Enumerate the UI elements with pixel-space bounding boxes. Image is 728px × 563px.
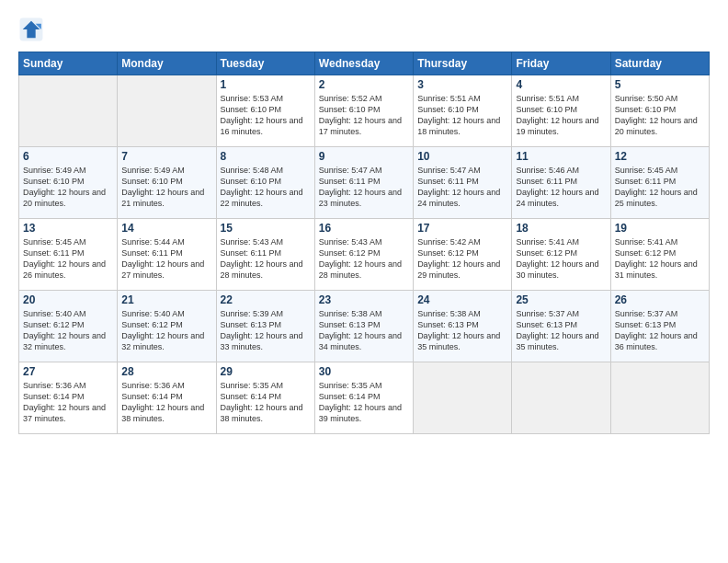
page: SundayMondayTuesdayWednesdayThursdayFrid…: [0, 0, 728, 563]
header-row: SundayMondayTuesdayWednesdayThursdayFrid…: [19, 52, 710, 75]
day-cell: 28Sunrise: 5:36 AM Sunset: 6:14 PM Dayli…: [118, 362, 216, 434]
calendar-table: SundayMondayTuesdayWednesdayThursdayFrid…: [18, 52, 710, 434]
day-cell: 10Sunrise: 5:47 AM Sunset: 6:11 PM Dayli…: [414, 147, 512, 219]
day-number: 19: [615, 222, 705, 235]
day-info: Sunrise: 5:36 AM Sunset: 6:14 PM Dayligh…: [23, 380, 113, 425]
day-cell: 14Sunrise: 5:44 AM Sunset: 6:11 PM Dayli…: [118, 219, 216, 291]
day-cell: 5Sunrise: 5:50 AM Sunset: 6:10 PM Daylig…: [610, 75, 709, 147]
day-cell: 24Sunrise: 5:38 AM Sunset: 6:13 PM Dayli…: [414, 291, 512, 362]
day-cell: 17Sunrise: 5:42 AM Sunset: 6:12 PM Dayli…: [414, 219, 512, 291]
day-number: 6: [23, 150, 113, 163]
day-number: 28: [121, 365, 211, 378]
day-number: 25: [516, 293, 606, 306]
header-cell-sunday: Sunday: [19, 52, 118, 75]
day-number: 9: [319, 150, 409, 163]
day-info: Sunrise: 5:47 AM Sunset: 6:11 PM Dayligh…: [417, 165, 507, 210]
header-cell-wednesday: Wednesday: [314, 52, 413, 75]
day-info: Sunrise: 5:47 AM Sunset: 6:11 PM Dayligh…: [319, 165, 409, 210]
day-info: Sunrise: 5:52 AM Sunset: 6:10 PM Dayligh…: [319, 93, 409, 138]
day-number: 4: [516, 78, 606, 91]
day-info: Sunrise: 5:40 AM Sunset: 6:12 PM Dayligh…: [121, 308, 211, 353]
day-number: 5: [615, 78, 705, 91]
day-cell: 25Sunrise: 5:37 AM Sunset: 6:13 PM Dayli…: [512, 291, 610, 362]
day-cell: 21Sunrise: 5:40 AM Sunset: 6:12 PM Dayli…: [118, 291, 216, 362]
day-info: Sunrise: 5:49 AM Sunset: 6:10 PM Dayligh…: [23, 165, 113, 210]
week-row-1: 1Sunrise: 5:53 AM Sunset: 6:10 PM Daylig…: [19, 75, 710, 147]
day-number: 27: [23, 365, 113, 378]
day-info: Sunrise: 5:48 AM Sunset: 6:10 PM Dayligh…: [221, 165, 311, 210]
day-cell: 3Sunrise: 5:51 AM Sunset: 6:10 PM Daylig…: [414, 75, 512, 147]
day-number: 17: [417, 222, 507, 235]
header-cell-thursday: Thursday: [414, 52, 512, 75]
day-info: Sunrise: 5:41 AM Sunset: 6:12 PM Dayligh…: [615, 236, 705, 282]
week-row-4: 20Sunrise: 5:40 AM Sunset: 6:12 PM Dayli…: [19, 291, 710, 362]
day-info: Sunrise: 5:36 AM Sunset: 6:14 PM Dayligh…: [121, 380, 211, 425]
day-number: 16: [319, 222, 409, 235]
day-info: Sunrise: 5:43 AM Sunset: 6:12 PM Dayligh…: [319, 236, 409, 282]
day-info: Sunrise: 5:43 AM Sunset: 6:11 PM Dayligh…: [221, 236, 311, 282]
day-number: 24: [417, 293, 507, 306]
day-info: Sunrise: 5:51 AM Sunset: 6:10 PM Dayligh…: [417, 93, 507, 138]
day-number: 29: [221, 365, 311, 378]
week-row-2: 6Sunrise: 5:49 AM Sunset: 6:10 PM Daylig…: [19, 147, 710, 219]
day-number: 23: [319, 293, 409, 306]
week-row-5: 27Sunrise: 5:36 AM Sunset: 6:14 PM Dayli…: [19, 362, 710, 434]
day-cell: 1Sunrise: 5:53 AM Sunset: 6:10 PM Daylig…: [216, 75, 314, 147]
day-cell: 11Sunrise: 5:46 AM Sunset: 6:11 PM Dayli…: [512, 147, 610, 219]
day-cell: 6Sunrise: 5:49 AM Sunset: 6:10 PM Daylig…: [19, 147, 118, 219]
day-info: Sunrise: 5:50 AM Sunset: 6:10 PM Dayligh…: [615, 93, 705, 138]
day-info: Sunrise: 5:51 AM Sunset: 6:10 PM Dayligh…: [516, 93, 606, 138]
day-cell: [610, 362, 709, 434]
day-number: 26: [615, 293, 705, 306]
day-info: Sunrise: 5:38 AM Sunset: 6:13 PM Dayligh…: [319, 308, 409, 353]
header-cell-tuesday: Tuesday: [216, 52, 314, 75]
day-number: 12: [615, 150, 705, 163]
day-number: 7: [121, 150, 211, 163]
day-cell: 29Sunrise: 5:35 AM Sunset: 6:14 PM Dayli…: [216, 362, 314, 434]
day-info: Sunrise: 5:40 AM Sunset: 6:12 PM Dayligh…: [23, 308, 113, 353]
day-info: Sunrise: 5:53 AM Sunset: 6:10 PM Dayligh…: [221, 93, 311, 138]
day-info: Sunrise: 5:35 AM Sunset: 6:14 PM Dayligh…: [221, 380, 311, 425]
day-cell: 30Sunrise: 5:35 AM Sunset: 6:14 PM Dayli…: [314, 362, 413, 434]
day-number: 13: [23, 222, 113, 235]
day-number: 14: [121, 222, 211, 235]
day-info: Sunrise: 5:45 AM Sunset: 6:11 PM Dayligh…: [23, 236, 113, 282]
day-cell: 19Sunrise: 5:41 AM Sunset: 6:12 PM Dayli…: [610, 219, 709, 291]
day-info: Sunrise: 5:49 AM Sunset: 6:10 PM Dayligh…: [121, 165, 211, 210]
day-cell: 27Sunrise: 5:36 AM Sunset: 6:14 PM Dayli…: [19, 362, 118, 434]
header-cell-friday: Friday: [512, 52, 610, 75]
day-number: 3: [417, 78, 507, 91]
day-cell: 8Sunrise: 5:48 AM Sunset: 6:10 PM Daylig…: [216, 147, 314, 219]
logo-icon: [18, 17, 44, 42]
day-number: 20: [23, 293, 113, 306]
day-number: 22: [221, 293, 311, 306]
day-number: 1: [221, 78, 311, 91]
day-cell: 16Sunrise: 5:43 AM Sunset: 6:12 PM Dayli…: [314, 219, 413, 291]
day-cell: 13Sunrise: 5:45 AM Sunset: 6:11 PM Dayli…: [19, 219, 118, 291]
logo: [18, 17, 48, 42]
day-cell: 4Sunrise: 5:51 AM Sunset: 6:10 PM Daylig…: [512, 75, 610, 147]
day-info: Sunrise: 5:35 AM Sunset: 6:14 PM Dayligh…: [319, 380, 409, 425]
day-number: 2: [319, 78, 409, 91]
day-info: Sunrise: 5:39 AM Sunset: 6:13 PM Dayligh…: [221, 308, 311, 353]
day-cell: 7Sunrise: 5:49 AM Sunset: 6:10 PM Daylig…: [118, 147, 216, 219]
day-cell: 9Sunrise: 5:47 AM Sunset: 6:11 PM Daylig…: [314, 147, 413, 219]
day-number: 21: [121, 293, 211, 306]
day-cell: 15Sunrise: 5:43 AM Sunset: 6:11 PM Dayli…: [216, 219, 314, 291]
header: [18, 17, 710, 42]
day-number: 11: [516, 150, 606, 163]
day-number: 18: [516, 222, 606, 235]
day-info: Sunrise: 5:41 AM Sunset: 6:12 PM Dayligh…: [516, 236, 606, 282]
day-info: Sunrise: 5:37 AM Sunset: 6:13 PM Dayligh…: [516, 308, 606, 353]
day-cell: [118, 75, 216, 147]
week-row-3: 13Sunrise: 5:45 AM Sunset: 6:11 PM Dayli…: [19, 219, 710, 291]
day-info: Sunrise: 5:42 AM Sunset: 6:12 PM Dayligh…: [417, 236, 507, 282]
day-cell: [512, 362, 610, 434]
day-cell: [19, 75, 118, 147]
day-cell: [414, 362, 512, 434]
day-info: Sunrise: 5:37 AM Sunset: 6:13 PM Dayligh…: [615, 308, 705, 353]
day-cell: 23Sunrise: 5:38 AM Sunset: 6:13 PM Dayli…: [314, 291, 413, 362]
calendar-body: 1Sunrise: 5:53 AM Sunset: 6:10 PM Daylig…: [19, 75, 710, 434]
day-cell: 20Sunrise: 5:40 AM Sunset: 6:12 PM Dayli…: [19, 291, 118, 362]
header-cell-saturday: Saturday: [610, 52, 709, 75]
